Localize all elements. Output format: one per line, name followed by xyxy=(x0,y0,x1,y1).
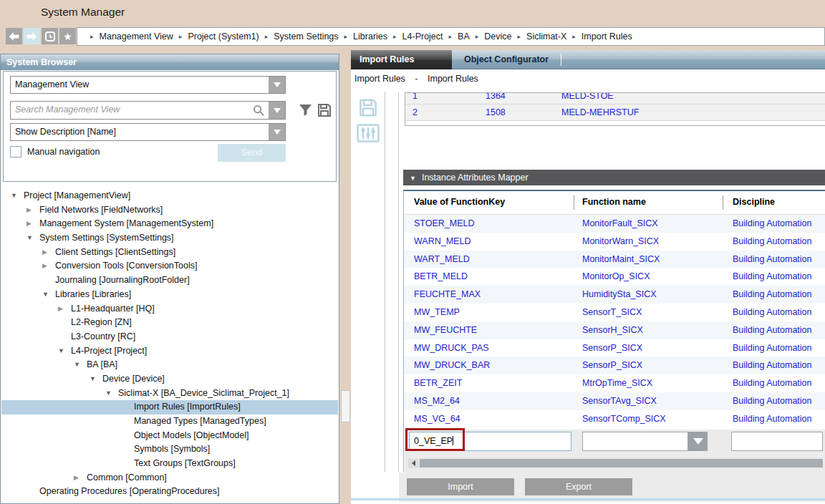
tree-item[interactable]: ▶Client Settings [ClientSettings] xyxy=(1,246,338,260)
tree-item-label: Journaling [JournalingRootFolder] xyxy=(55,273,190,288)
breadcrumb-item[interactable]: System Settings xyxy=(274,32,338,42)
scroll-left-button[interactable] xyxy=(408,459,418,467)
breadcrumb-item[interactable]: BA xyxy=(458,32,470,42)
tree-item-label: Libraries [Libraries] xyxy=(55,288,131,302)
import-rule-cell: 1364 xyxy=(486,92,506,105)
import-rule-row[interactable]: 11364MELD-STOE xyxy=(405,92,825,105)
breadcrumb-item[interactable]: Libraries xyxy=(353,32,387,42)
tree-item[interactable]: ▼Device [Device] xyxy=(1,372,338,387)
scrollbar-thumb[interactable] xyxy=(420,459,823,467)
import-rule-row[interactable]: 21508MELD-MEHRSTUF xyxy=(405,105,825,121)
tab-import-rules[interactable]: Import Rules xyxy=(351,50,452,69)
mapper-row[interactable]: MW_TEMPSensorT_SICXBuilding Automation xyxy=(404,304,825,321)
save-search-icon[interactable] xyxy=(317,103,332,117)
mapper-horizontal-scrollbar[interactable] xyxy=(407,458,823,468)
panel-splitter-handle[interactable] xyxy=(341,390,350,422)
tree-item[interactable]: Object Models [ObjectModel] xyxy=(1,429,338,443)
tree-item[interactable]: Text Groups [TextGroups] xyxy=(1,457,338,471)
mapper-cell: MtrOpTime_SICX xyxy=(582,374,652,392)
tree-item-label: Project [ManagementView] xyxy=(24,189,130,203)
filter-icon[interactable] xyxy=(299,104,312,117)
function-key-input-value: 0_VE_EP xyxy=(414,436,453,446)
description-selector[interactable]: Show Description [Name] xyxy=(10,123,286,141)
breadcrumb-item[interactable]: Device xyxy=(484,32,511,42)
tree-item[interactable]: ▼Project [ManagementView] xyxy=(1,189,338,203)
mapper-row[interactable]: BETR_MELDMonitorOp_SICXBuilding Automati… xyxy=(404,268,825,286)
send-button[interactable]: Send xyxy=(218,144,286,162)
collapsed-triangle-icon[interactable]: ▶ xyxy=(26,203,39,218)
tree-item[interactable]: ▼System Settings [SystemSettings] xyxy=(1,231,338,246)
tree-item[interactable]: L3-Country [RC] xyxy=(1,330,338,344)
expanded-triangle-icon[interactable]: ▼ xyxy=(74,358,87,372)
function-name-dropdown-button[interactable] xyxy=(688,432,708,451)
collapsed-triangle-icon[interactable]: ▶ xyxy=(26,217,39,231)
breadcrumb-item[interactable]: L4-Project xyxy=(402,32,443,42)
import-button[interactable]: Import xyxy=(407,478,514,495)
expanded-triangle-icon[interactable]: ▼ xyxy=(58,344,71,359)
search-dropdown-button[interactable] xyxy=(269,102,285,119)
mapper-row[interactable]: MS_VG_64SensorTComp_SICXBuilding Automat… xyxy=(404,410,825,428)
mapper-row[interactable]: STOER_MELDMonitorFault_SICXBuilding Auto… xyxy=(404,215,825,233)
breadcrumb-item[interactable]: Management View xyxy=(100,32,173,42)
mapper-row[interactable]: MW_DRUCK_PASSensorP_SICXBuilding Automat… xyxy=(404,339,825,357)
tree-item[interactable]: ▼BA [BA] xyxy=(1,358,338,372)
function-key-input[interactable]: 0_VE_EP xyxy=(409,432,571,451)
mapper-row[interactable]: MW_DRUCK_BARSensorP_SICXBuilding Automat… xyxy=(404,357,825,374)
collapsed-triangle-icon[interactable]: ▶ xyxy=(42,246,55,260)
tree-item[interactable]: L2-Region [ZN] xyxy=(1,316,338,330)
mapper-row[interactable]: MS_M2_64SensorTAvg_SICXBuilding Automati… xyxy=(404,392,825,410)
tree-item-label: Import Rules [ImportRules] xyxy=(134,400,241,415)
forward-button[interactable] xyxy=(24,28,40,44)
expanded-triangle-icon[interactable]: ▼ xyxy=(11,189,24,203)
expanded-triangle-icon[interactable]: ▼ xyxy=(90,372,102,387)
view-selector-dropdown-button[interactable] xyxy=(269,77,285,93)
tree-item[interactable]: ▼Libraries [Libraries] xyxy=(1,288,338,302)
collapsed-triangle-icon[interactable]: ▶ xyxy=(42,259,55,273)
view-selector[interactable]: Management View xyxy=(10,76,286,94)
mapper-row[interactable]: MW_FEUCHTESensorH_SICXBuilding Automatio… xyxy=(404,321,825,339)
back-arrow-icon xyxy=(8,32,20,42)
favorites-button[interactable]: ★ xyxy=(59,28,76,44)
search-input[interactable]: Search Management View xyxy=(10,101,286,120)
mapper-row[interactable]: FEUCHTE_MAXHumiditySta_SICXBuilding Auto… xyxy=(404,286,825,304)
tree-item[interactable]: Journaling [JournalingRootFolder] xyxy=(1,273,338,288)
tree-item[interactable]: ▼Siclimat-X [BA_Device_Siclimat_Project_… xyxy=(1,387,338,401)
mapper-row[interactable]: WARN_MELDMonitorWarn_SICXBuilding Automa… xyxy=(404,233,825,251)
tree-item[interactable]: Import Rules [ImportRules] xyxy=(1,400,338,415)
tree-item[interactable]: Operating Procedures [OperatingProcedure… xyxy=(1,485,338,499)
function-name-input[interactable] xyxy=(582,432,688,451)
manual-navigation-checkbox[interactable] xyxy=(10,146,21,158)
breadcrumb-item[interactable]: Project (System1) xyxy=(188,32,259,42)
breadcrumb-item[interactable]: Siclimat-X xyxy=(526,32,566,42)
discipline-input[interactable] xyxy=(731,432,823,451)
save-icon[interactable] xyxy=(359,98,377,117)
back-button[interactable] xyxy=(6,28,22,44)
mapper-cell: SensorTAvg_SICX xyxy=(582,392,657,410)
collapsed-triangle-icon[interactable]: ▶ xyxy=(74,471,87,485)
tree-item[interactable]: ▶Conversion Tools [ConversionTools] xyxy=(1,259,338,273)
tree-item[interactable]: ▼L4-Project [Project] xyxy=(1,344,338,359)
tree-item[interactable]: Symbols [Symbols] xyxy=(1,442,338,457)
column-header-function-name: Function name xyxy=(582,197,646,207)
recent-views-button[interactable] xyxy=(42,28,58,44)
description-selector-dropdown-button[interactable] xyxy=(269,124,285,140)
breadcrumb-item[interactable]: Import Rules xyxy=(582,32,632,42)
settings-sliders-icon[interactable] xyxy=(357,124,380,142)
mapper-row[interactable]: BETR_ZEITMtrOpTime_SICXBuilding Automati… xyxy=(404,374,825,392)
tree-item[interactable]: Managed Types [ManagedTypes] xyxy=(1,415,338,429)
expanded-triangle-icon[interactable]: ▼ xyxy=(42,288,55,302)
tree-item[interactable]: ▶L1-Headquarter [HQ] xyxy=(1,302,338,316)
expanded-triangle-icon[interactable]: ▼ xyxy=(105,387,118,401)
tree-item[interactable]: ▶Management System [ManagementSystem] xyxy=(1,217,338,231)
mapper-row[interactable]: WART_MELDMonitorMaint_SICXBuilding Autom… xyxy=(404,251,825,268)
tab-object-configurator[interactable]: Object Configurator xyxy=(464,50,549,69)
expanded-triangle-icon[interactable]: ▼ xyxy=(26,231,39,246)
collapsed-triangle-icon[interactable]: ▶ xyxy=(58,302,71,316)
export-button[interactable]: Export xyxy=(525,478,632,495)
column-header-value-of-functionkey: Value of FunctionKey xyxy=(414,197,505,207)
instance-attributes-mapper-header[interactable]: ▼Instance Attributes Mapper xyxy=(403,170,825,185)
mapper-cell: SensorP_SICX xyxy=(582,339,642,357)
tree-item[interactable]: ▶Common [Common] xyxy=(1,471,338,485)
tree-item[interactable]: ▶Field Networks [FieldNetworks] xyxy=(1,203,338,218)
breadcrumb: ▸Management View▸Project (System1)▸Syste… xyxy=(77,27,825,46)
